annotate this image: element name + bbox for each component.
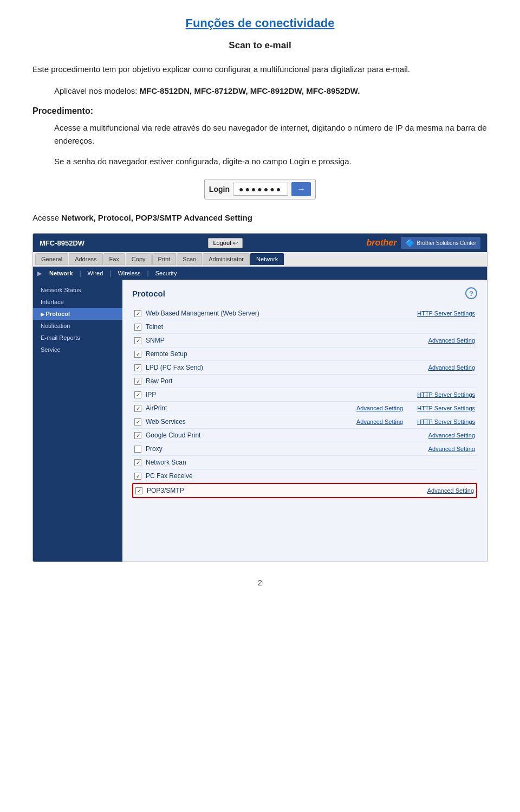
- protocol-row-ipp: IPP HTTP Server Settings: [132, 388, 477, 402]
- checkbox-web-mgmt[interactable]: [134, 310, 141, 317]
- sub-nav-network[interactable]: Network: [44, 269, 78, 278]
- protocol-row-pc-fax: PC Fax Receive: [132, 469, 477, 483]
- login-input[interactable]: ●●●●●●●: [233, 183, 288, 196]
- checkbox-remote-setup[interactable]: [134, 351, 141, 358]
- sub-nav-security[interactable]: Security: [150, 269, 183, 278]
- tab-fax[interactable]: Fax: [103, 253, 125, 265]
- sidebar-network-status[interactable]: Network Status: [33, 284, 122, 296]
- protocol-title: Protocol: [132, 289, 165, 298]
- tab-network[interactable]: Network: [250, 253, 284, 265]
- tab-administrator[interactable]: Administrator: [203, 253, 250, 265]
- intro-text: Este procedimento tem por objetivo expli…: [32, 63, 487, 76]
- link-advanced-airprint[interactable]: Advanced Setting: [356, 405, 403, 411]
- sub-nav-sep3: |: [147, 269, 149, 277]
- checkbox-google-cloud[interactable]: [134, 432, 141, 439]
- tab-scan[interactable]: Scan: [177, 253, 202, 265]
- checkbox-lpd[interactable]: [134, 364, 141, 371]
- checkbox-proxy[interactable]: [134, 446, 141, 453]
- checkbox-snmp[interactable]: [134, 337, 141, 344]
- proto-name-raw-port: Raw Port: [146, 377, 475, 385]
- page-number: 2: [32, 578, 487, 587]
- sub-nav-wired[interactable]: Wired: [82, 269, 109, 278]
- sidebar-email-reports[interactable]: E-mail Reports: [33, 332, 122, 344]
- help-icon[interactable]: ?: [465, 287, 477, 299]
- link-http-ipp[interactable]: HTTP Server Settings: [417, 391, 475, 398]
- proto-name-airprint: AirPrint: [146, 404, 352, 412]
- protocol-row-google-cloud: Google Cloud Print Advanced Setting: [132, 429, 477, 442]
- link-http-web-services[interactable]: HTTP Server Settings: [417, 418, 475, 425]
- aplicavel-models: MFC-8512DN, MFC-8712DW, MFC-8912DW, MFC-…: [140, 86, 360, 95]
- checkbox-pop3-smtp[interactable]: [135, 487, 142, 494]
- protocol-row-raw-port: Raw Port: [132, 375, 477, 388]
- brother-logo: brother: [366, 238, 396, 248]
- proto-name-google-cloud: Google Cloud Print: [146, 431, 424, 439]
- proto-name-proxy: Proxy: [146, 445, 424, 453]
- section-title: Scan to e-mail: [32, 40, 487, 51]
- brother-model: MFC-8952DW: [40, 239, 84, 247]
- proto-name-network-scan: Network Scan: [146, 459, 475, 466]
- proto-name-web-services: Web Services: [146, 418, 352, 426]
- aplicavel-label: Aplicável nos modelos:: [54, 86, 137, 95]
- acesse-bold: Network, Protocol, POP3/SMTP Advanced Se…: [61, 213, 252, 222]
- proto-name-pc-fax: PC Fax Receive: [146, 472, 475, 480]
- checkbox-airprint[interactable]: [134, 405, 141, 412]
- protocol-row-web-mgmt: Web Based Management (Web Server) HTTP S…: [132, 307, 477, 320]
- procedimento-title: Procedimento:: [32, 106, 487, 116]
- brother-panel: MFC-8952DW Logout ↩ brother 🔷 Brother So…: [32, 233, 487, 562]
- logout-button[interactable]: Logout ↩: [208, 238, 243, 248]
- checkbox-network-scan[interactable]: [134, 459, 141, 466]
- protocol-row-telnet: Telnet: [132, 320, 477, 334]
- proto-name-snmp: SNMP: [146, 337, 424, 344]
- tab-print[interactable]: Print: [152, 253, 177, 265]
- sidebar-notification[interactable]: Notification: [33, 320, 122, 332]
- protocol-row-web-services: Web Services Advanced Setting HTTP Serve…: [132, 415, 477, 429]
- tab-copy[interactable]: Copy: [126, 253, 152, 265]
- protocol-row-airprint: AirPrint Advanced Setting HTTP Server Se…: [132, 402, 477, 415]
- procedimento-text1: Acesse a multifuncional via rede através…: [54, 121, 487, 147]
- sidebar: Network Status Interface Protocol Notifi…: [33, 280, 122, 562]
- protocol-row-remote-setup: Remote Setup: [132, 347, 477, 361]
- sidebar-protocol[interactable]: Protocol: [33, 308, 122, 320]
- proto-name-web-mgmt: Web Based Management (Web Server): [146, 310, 413, 317]
- main-content: Protocol ? Web Based Management (Web Ser…: [122, 280, 487, 562]
- sub-nav-arrow: ▶: [37, 270, 42, 277]
- protocol-row-lpd: LPD (PC Fax Send) Advanced Setting: [132, 361, 477, 375]
- link-advanced-pop3-smtp[interactable]: Advanced Setting: [427, 487, 474, 494]
- tab-general[interactable]: General: [35, 253, 68, 265]
- protocol-row-snmp: SNMP Advanced Setting: [132, 334, 477, 347]
- aplicavel-text: Aplicável nos modelos: MFC-8512DN, MFC-8…: [54, 85, 487, 98]
- link-http-web-mgmt[interactable]: HTTP Server Settings: [417, 310, 475, 317]
- tab-address[interactable]: Address: [69, 253, 102, 265]
- panel-body: Network Status Interface Protocol Notifi…: [33, 280, 487, 562]
- sidebar-service[interactable]: Service: [33, 344, 122, 356]
- link-advanced-lpd[interactable]: Advanced Setting: [428, 364, 475, 371]
- link-advanced-snmp[interactable]: Advanced Setting: [428, 337, 475, 344]
- link-advanced-google-cloud[interactable]: Advanced Setting: [428, 432, 475, 439]
- page-title: Funções de conectividade: [32, 16, 487, 30]
- checkbox-ipp[interactable]: [134, 391, 141, 398]
- login-label: Login: [209, 185, 230, 194]
- protocol-row-proxy: Proxy Advanced Setting: [132, 442, 477, 456]
- protocol-header: Protocol ?: [132, 287, 477, 299]
- brother-solutions-center[interactable]: 🔷 Brother Solutions Center: [401, 237, 480, 249]
- link-advanced-web-services[interactable]: Advanced Setting: [356, 418, 403, 425]
- login-submit-arrow[interactable]: →: [291, 182, 311, 196]
- checkbox-raw-port[interactable]: [134, 378, 141, 385]
- acesse-prefix: Acesse: [32, 213, 61, 222]
- proto-name-remote-setup: Remote Setup: [146, 350, 475, 358]
- login-widget: Login ●●●●●●● →: [204, 179, 316, 199]
- sub-nav: ▶ Network | Wired | Wireless | Security: [33, 267, 487, 280]
- checkbox-telnet[interactable]: [134, 324, 141, 331]
- protocol-row-network-scan: Network Scan: [132, 456, 477, 469]
- sidebar-interface[interactable]: Interface: [33, 296, 122, 308]
- checkbox-pc-fax[interactable]: [134, 473, 141, 480]
- sub-nav-wireless[interactable]: Wireless: [112, 269, 146, 278]
- proto-name-lpd: LPD (PC Fax Send): [146, 364, 424, 371]
- link-advanced-proxy[interactable]: Advanced Setting: [428, 446, 475, 452]
- sub-nav-sep1: |: [79, 269, 81, 277]
- acesse-line: Acesse Network, Protocol, POP3/SMTP Adva…: [32, 211, 487, 224]
- link-http-airprint[interactable]: HTTP Server Settings: [417, 405, 475, 411]
- brother-header: MFC-8952DW Logout ↩ brother 🔷 Brother So…: [33, 234, 487, 252]
- checkbox-web-services[interactable]: [134, 418, 141, 426]
- proto-name-pop3-smtp: POP3/SMTP: [147, 487, 423, 494]
